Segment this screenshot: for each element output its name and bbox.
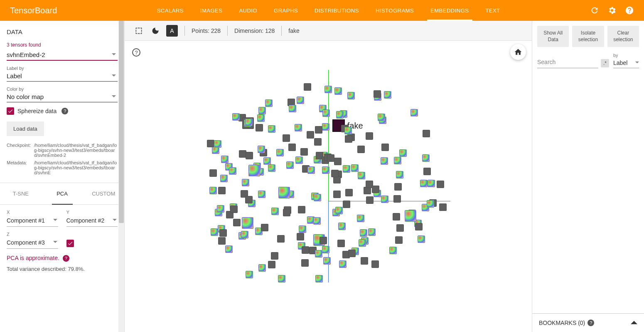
embedding-point[interactable]: [278, 187, 290, 198]
embedding-point[interactable]: [220, 175, 228, 182]
tab-audio[interactable]: AUDIO: [231, 0, 265, 21]
embedding-point[interactable]: [359, 239, 366, 247]
embedding-point[interactable]: [248, 165, 260, 176]
embedding-point[interactable]: [246, 271, 253, 278]
embedding-point[interactable]: [242, 217, 253, 229]
tab-tsne[interactable]: T-SNE: [0, 183, 42, 204]
sphereize-help-icon[interactable]: ?: [61, 108, 68, 114]
embedding-point[interactable]: [277, 235, 285, 243]
bookmarks-bar[interactable]: BOOKMARKS (0) ?: [532, 313, 644, 332]
embedding-point[interactable]: [302, 246, 309, 254]
z-enable-checkbox[interactable]: [66, 240, 74, 247]
embedding-point[interactable]: [314, 138, 322, 146]
embedding-point[interactable]: [218, 187, 226, 194]
embedding-point[interactable]: [439, 203, 447, 211]
embedding-point[interactable]: [301, 259, 309, 267]
embedding-point[interactable]: [335, 207, 343, 214]
embedding-point[interactable]: [358, 172, 365, 179]
regex-toggle[interactable]: .*: [601, 59, 609, 67]
embedding-point[interactable]: [381, 157, 388, 165]
x-component-select[interactable]: Component #1: [7, 215, 58, 227]
label-by-select[interactable]: Label: [7, 71, 118, 82]
embedding-point[interactable]: [331, 170, 339, 177]
clear-selection-button[interactable]: Clear selection: [607, 26, 639, 47]
embedding-point[interactable]: [211, 228, 218, 236]
embedding-point[interactable]: [246, 152, 253, 159]
search-by-select[interactable]: Label: [613, 58, 639, 68]
embedding-point[interactable]: [343, 201, 350, 208]
embedding-point[interactable]: [381, 196, 388, 203]
night-mode-icon[interactable]: [150, 25, 161, 37]
embedding-point[interactable]: [242, 179, 249, 186]
embedding-point[interactable]: [405, 210, 416, 222]
embedding-point[interactable]: [218, 237, 226, 245]
show-all-button[interactable]: Show All Data: [537, 26, 569, 47]
embedding-point[interactable]: [357, 146, 365, 153]
embedding-point[interactable]: [314, 194, 321, 201]
embedding-point[interactable]: [263, 157, 271, 165]
embedding-point[interactable]: [334, 87, 342, 95]
embedding-point[interactable]: [268, 164, 275, 172]
tensor-select[interactable]: svhnEmbed-2: [7, 50, 118, 61]
embedding-point[interactable]: [357, 215, 364, 222]
bookmarks-help-icon[interactable]: ?: [587, 320, 594, 326]
embedding-point[interactable]: [366, 132, 373, 140]
tab-embeddings[interactable]: EMBEDDINGS: [422, 0, 477, 21]
canvas-help-icon[interactable]: ?: [132, 48, 140, 57]
embedding-point[interactable]: [415, 223, 423, 230]
search-input[interactable]: Search: [537, 56, 598, 68]
embedding-point[interactable]: [278, 275, 285, 282]
tab-graphs[interactable]: GRAPHS: [265, 0, 306, 21]
embedding-point[interactable]: [371, 260, 379, 268]
embedding-point[interactable]: [366, 196, 374, 204]
left-scrollbar[interactable]: [118, 21, 124, 332]
embedding-point[interactable]: [351, 164, 359, 172]
embedding-point[interactable]: [347, 92, 355, 99]
embedding-point[interactable]: [258, 107, 266, 114]
embedding-point[interactable]: [393, 213, 400, 221]
isolate-selection-button[interactable]: Isolate selection: [572, 26, 604, 47]
embedding-point[interactable]: [320, 237, 327, 244]
embedding-point[interactable]: [334, 158, 342, 165]
embedding-point[interactable]: [410, 109, 418, 116]
embedding-point[interactable]: [396, 171, 403, 178]
embedding-point[interactable]: [295, 156, 303, 164]
pca-note-help-icon[interactable]: ?: [63, 255, 69, 262]
embedding-point[interactable]: [268, 261, 275, 268]
embedding-point[interactable]: [217, 205, 224, 213]
embedding-point[interactable]: [360, 229, 367, 237]
sphereize-checkbox[interactable]: [7, 107, 14, 115]
embedding-point[interactable]: [283, 134, 290, 142]
embedding-point[interactable]: [297, 97, 304, 104]
embedding-point[interactable]: [261, 224, 268, 231]
embedding-point[interactable]: [333, 191, 341, 198]
tab-pca[interactable]: PCA: [42, 183, 83, 204]
embedding-point[interactable]: [209, 187, 217, 194]
embedding-point[interactable]: [295, 124, 302, 131]
embedding-point[interactable]: [315, 126, 322, 134]
embedding-point[interactable]: [265, 99, 273, 107]
embedding-point[interactable]: [214, 140, 221, 148]
embedding-point[interactable]: [428, 180, 435, 187]
embedding-point[interactable]: [286, 161, 294, 169]
embedding-point[interactable]: [283, 209, 290, 216]
y-component-select[interactable]: Component #2: [66, 215, 118, 227]
embedding-point[interactable]: [423, 168, 431, 175]
embedding-point[interactable]: [395, 236, 403, 244]
reset-view-button[interactable]: [510, 44, 526, 60]
label-mode-icon[interactable]: A: [166, 25, 178, 37]
embedding-point[interactable]: [219, 229, 227, 237]
embedding-point[interactable]: [225, 245, 233, 253]
embedding-point[interactable]: [245, 196, 253, 203]
embedding-point[interactable]: [307, 166, 315, 174]
embedding-point[interactable]: [361, 257, 368, 265]
embedding-point[interactable]: [372, 186, 379, 193]
refresh-icon[interactable]: [590, 6, 599, 15]
z-component-select[interactable]: Component #3: [7, 237, 58, 249]
embedding-point[interactable]: [271, 208, 279, 215]
embedding-point[interactable]: [423, 130, 430, 137]
embedding-point[interactable]: [336, 111, 344, 119]
load-data-button[interactable]: Load data: [7, 121, 44, 136]
embedding-point[interactable]: [207, 140, 214, 147]
embedding-point[interactable]: [268, 125, 275, 133]
